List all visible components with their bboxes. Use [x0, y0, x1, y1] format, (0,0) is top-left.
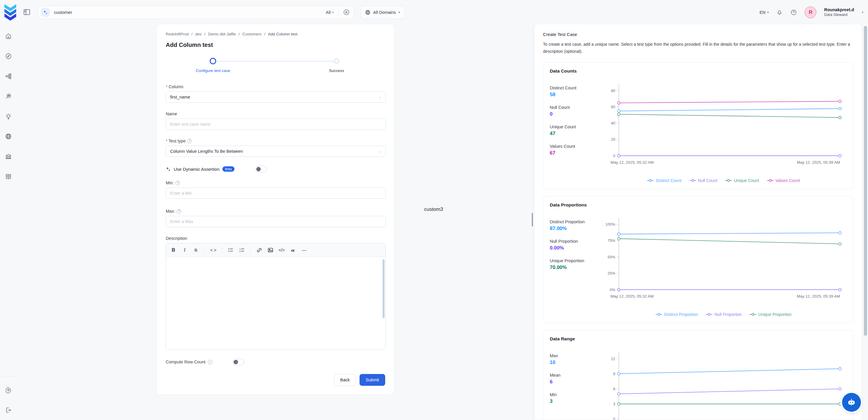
ai-sparkle-icon[interactable] — [41, 8, 50, 17]
help-icon[interactable]: ? — [176, 181, 180, 185]
image-button[interactable] — [265, 245, 276, 255]
test-type-field-label: Test type — [166, 139, 186, 143]
back-button[interactable]: Back — [334, 374, 356, 386]
chatbot-button[interactable] — [842, 393, 861, 412]
link-button[interactable] — [254, 245, 265, 255]
svg-text:100%: 100% — [606, 222, 616, 227]
step-label-configure: Configure test case — [196, 68, 230, 73]
language-selector[interactable]: EN ▾ — [760, 10, 769, 15]
panel-resize-handle[interactable] — [532, 213, 533, 227]
sidebar-item-insights[interactable] — [2, 106, 15, 126]
legend-item[interactable]: Null Proportion — [706, 312, 742, 317]
sidebar-item-lineage[interactable] — [2, 66, 15, 86]
global-search-bar[interactable]: customer All ▾ — [38, 6, 354, 19]
sidebar-item-glossary[interactable] — [2, 167, 15, 186]
sidebar-item-observability[interactable] — [2, 86, 15, 106]
sidebar-item-domains[interactable] — [2, 126, 15, 146]
stepper: Configure test case Success — [166, 58, 385, 76]
submit-button[interactable]: Submit — [360, 374, 385, 386]
breadcrumb-separator: / — [191, 32, 193, 36]
inline-code-button[interactable]: < > — [208, 245, 219, 255]
breadcrumb-link[interactable]: RedshiftProd — [166, 32, 189, 36]
editor-toolbar: BIS< >12</>“— — [166, 243, 385, 257]
notifications-bell-icon[interactable] — [776, 9, 783, 16]
breadcrumb-link[interactable]: Customers — [242, 32, 261, 36]
line-chart: 0%25%50%75%100%May 12, 2025, 05:32 AMMay… — [600, 215, 846, 307]
legend-item[interactable]: Null Count — [689, 178, 717, 183]
scrollbar-thumb[interactable] — [382, 259, 384, 318]
compute-row-count-toggle[interactable] — [232, 359, 244, 365]
lightbulb-icon — [5, 113, 12, 120]
legend-item[interactable]: Unique Count — [725, 178, 759, 183]
svg-text:0%: 0% — [610, 287, 615, 292]
help-icon[interactable]: ? — [177, 209, 181, 214]
min-input[interactable] — [166, 187, 386, 199]
panel-title: Create Test Case — [543, 32, 853, 37]
help-icon[interactable]: ? — [187, 139, 192, 143]
user-menu-chevron-icon[interactable]: ▾ — [862, 11, 863, 14]
breadcrumb-separator: / — [205, 32, 206, 36]
svg-text:0: 0 — [613, 417, 615, 420]
description-textarea[interactable] — [166, 257, 385, 350]
left-nav-rail — [0, 24, 17, 420]
info-icon[interactable]: i — [208, 360, 212, 364]
top-header: customer All ▾ All Domains ▾ EN ▾ R Roun… — [0, 0, 868, 24]
italic-button[interactable]: I — [179, 245, 190, 255]
logout-icon — [5, 407, 12, 414]
panel-description: To create a test case, add a unique name… — [543, 41, 851, 55]
dynamic-assertion-toggle[interactable] — [255, 166, 267, 172]
data-range-card: Data Range Max10Mean6Min3 036912May 12, … — [543, 330, 853, 420]
breadcrumb: RedshiftProd/dev/Demo dbt Jaffle/Custome… — [166, 32, 385, 36]
breadcrumb-link[interactable]: Demo dbt Jaffle — [208, 32, 236, 36]
sidebar-item-logout[interactable] — [2, 400, 15, 420]
clear-search-icon[interactable] — [343, 9, 349, 16]
search-scope-dropdown[interactable]: All ▾ — [326, 10, 334, 15]
code-block-button[interactable]: </> — [276, 245, 287, 255]
chart-stats: Distinct Count58Null Count0Unique Count4… — [550, 82, 600, 173]
scrollbar-thumb[interactable] — [864, 26, 867, 336]
chart-stats: Distinct Proportion87.00%Null Proportion… — [550, 215, 600, 307]
numbered-list-button[interactable]: 12 — [236, 245, 247, 255]
svg-text:12: 12 — [611, 356, 615, 361]
sidebar-item-home[interactable] — [2, 26, 15, 46]
sidebar-item-explore[interactable] — [2, 46, 15, 66]
legend-item[interactable]: Distinct Count — [647, 178, 681, 183]
sidebar-item-settings[interactable] — [2, 380, 15, 400]
sidebar-toggle-icon[interactable] — [23, 8, 31, 16]
app-logo-icon[interactable] — [4, 3, 17, 21]
user-info[interactable]: Rounakpreet.d Data Steward — [824, 7, 854, 17]
help-icon[interactable] — [790, 9, 797, 16]
chart-legend: Distinct CountNull CountUnique CountValu… — [600, 178, 846, 183]
max-input[interactable] — [166, 216, 386, 227]
strikethrough-button[interactable]: S — [190, 245, 202, 255]
toolbar-separator — [250, 247, 251, 253]
stat-distinct-count: Distinct Count58 — [550, 86, 600, 98]
domains-filter-button[interactable]: All Domains ▾ — [361, 6, 405, 19]
data-proportions-card: Data Proportions Distinct Proportion87.0… — [543, 196, 853, 323]
sidebar-item-govern[interactable] — [2, 146, 15, 167]
legend-item[interactable]: Distinct Proportion — [655, 312, 698, 317]
beta-badge: Beta — [222, 167, 235, 172]
toolbar-separator — [222, 247, 222, 253]
horizontal-rule-button[interactable]: — — [299, 245, 310, 255]
search-input[interactable]: customer — [54, 10, 326, 15]
svg-text:3: 3 — [613, 402, 615, 406]
step-active-dot — [210, 58, 216, 64]
column-select[interactable]: first_name ⌄ — [166, 91, 386, 102]
page-title: Add Column test — [166, 41, 385, 49]
legend-item[interactable]: Unique Proportion — [749, 312, 792, 317]
bank-icon — [5, 153, 12, 160]
legend-item[interactable]: Values Count — [767, 178, 800, 183]
data-counts-card: Data Counts Distinct Count58Null Count0U… — [543, 62, 853, 189]
bold-button[interactable]: B — [168, 245, 179, 255]
quote-button[interactable]: “ — [287, 245, 299, 255]
svg-text:6: 6 — [613, 386, 615, 391]
test-type-select[interactable]: Column Value Lengths To Be Between ⌄ — [166, 146, 386, 157]
user-avatar[interactable]: R — [805, 6, 816, 18]
stat-min: Min3 — [550, 392, 600, 404]
test-case-name-input[interactable] — [166, 119, 386, 130]
max-field-label: Max: — [166, 209, 175, 214]
breadcrumb-link[interactable]: Add Column test — [268, 32, 297, 36]
breadcrumb-link[interactable]: dev — [195, 32, 202, 36]
bullet-list-button[interactable] — [225, 245, 236, 255]
